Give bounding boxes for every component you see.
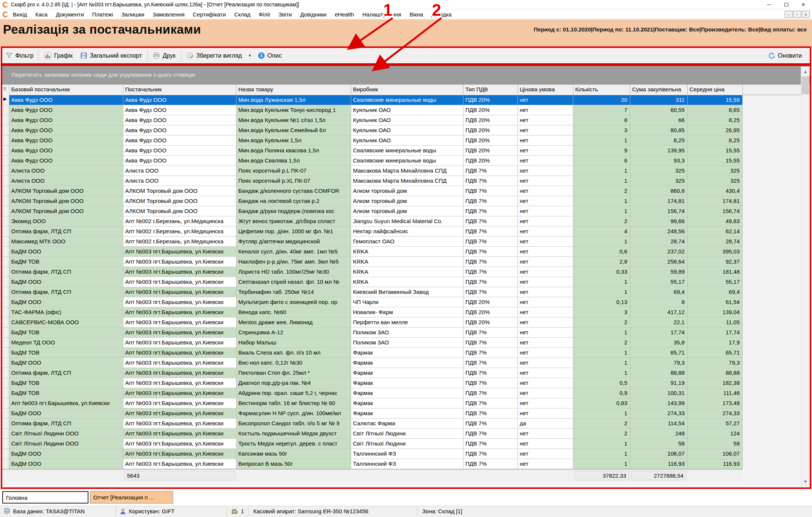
cell[interactable]: Апт №003 пгт.Барышевка, ул.Киевски xyxy=(123,429,236,439)
row-indicator[interactable] xyxy=(2,267,9,277)
cell[interactable]: ПДВ 7% xyxy=(464,226,518,237)
chart-button[interactable]: Графік xyxy=(40,50,76,61)
table-row[interactable]: БаДМ ОООАпт №003 пгт.Барышевка, ул.Киевс… xyxy=(2,459,743,469)
cell[interactable]: 9 xyxy=(573,146,630,156)
cell[interactable]: 11,05 xyxy=(688,317,743,328)
cell[interactable]: 1 xyxy=(573,439,630,449)
cell[interactable]: Свалявские минеральные воды xyxy=(351,146,464,156)
cell[interactable]: 15,55 xyxy=(688,95,743,105)
cell[interactable]: Апт №003 пгт.Барышевка, ул.Киевски xyxy=(123,277,236,287)
table-row[interactable]: Аква Фудз ОООАква Фудз ОООМин.вода Куяль… xyxy=(2,105,743,115)
cell[interactable]: нет xyxy=(518,277,573,287)
cell[interactable]: Мин.вода Куяльник Тонус-кислород 1 xyxy=(236,105,351,115)
cell[interactable]: 860,8 xyxy=(630,186,688,196)
table-row[interactable]: Оптима фарм, ЛТД СПАпт №003 пгт.Барышевк… xyxy=(2,368,743,378)
cell[interactable]: БаДМ ООО xyxy=(9,459,123,469)
cell[interactable]: 92,37 xyxy=(688,257,743,267)
cell[interactable]: Бандаж д/руки поддерж.(повязка кос xyxy=(236,206,351,216)
cell[interactable]: Світ Літньої Людини xyxy=(351,439,464,449)
cell[interactable]: Апт №003 пгт.Барышевка, ул.Киевски xyxy=(123,358,236,368)
cell[interactable]: нет xyxy=(518,449,573,459)
cell[interactable]: нет xyxy=(518,398,573,408)
cell[interactable]: ПДВ 7% xyxy=(464,206,518,216)
cell[interactable]: 258,64 xyxy=(630,257,688,267)
cell[interactable]: нет xyxy=(518,186,573,196)
cell[interactable]: нет xyxy=(518,267,573,277)
cell[interactable]: Поликом ЗАО xyxy=(351,338,464,348)
cell[interactable]: Аква Фудз ООО xyxy=(9,105,123,115)
cell[interactable]: 430,4 xyxy=(688,186,743,196)
cell[interactable]: Jiangsu Suyun Medical Material Co. xyxy=(351,216,464,226)
grid-corner-grip-icon[interactable]: ☰ xyxy=(2,85,9,95)
cell[interactable]: Фармак xyxy=(351,358,464,368)
row-indicator[interactable] xyxy=(2,408,9,419)
cell[interactable]: нет xyxy=(518,257,573,267)
cell[interactable]: ПДВ 20% xyxy=(464,317,518,328)
column-header-1[interactable]: Базовий постачальник xyxy=(9,85,123,95)
cell[interactable]: KRKA xyxy=(351,247,464,257)
column-header-4[interactable]: Виробник xyxy=(351,85,464,95)
cell[interactable]: 1 xyxy=(573,136,630,146)
cell[interactable]: БаДМ ТОВ xyxy=(9,378,123,388)
cell[interactable]: 2 xyxy=(573,317,630,328)
cell[interactable]: Виаль Слеза кап. фл. п/э 10 мл xyxy=(236,348,351,358)
cell[interactable]: ПДВ 7% xyxy=(464,196,518,206)
cell[interactable]: ПДВ 7% xyxy=(464,449,518,459)
cell[interactable]: нет xyxy=(518,429,573,439)
cell[interactable]: Бисопролол Сандоз табл. п/о 5 мг № 9 xyxy=(236,419,351,429)
cell[interactable]: Фармасулин Н NP сусп. д/ин. 100ме/мл xyxy=(236,408,351,419)
cell[interactable]: Аква Фудз ООО xyxy=(123,156,236,166)
cell[interactable]: 28,74 xyxy=(688,237,743,247)
table-row[interactable]: Оптима фарм, ЛТД СПАпт №003 пгт.Барышевк… xyxy=(2,287,743,297)
cell[interactable]: 325 xyxy=(688,166,743,176)
cell[interactable]: 116,93 xyxy=(630,459,688,469)
cell[interactable]: Алком торговый дом xyxy=(351,196,464,206)
row-indicator[interactable] xyxy=(2,378,9,388)
cell[interactable]: нет xyxy=(518,388,573,398)
cell[interactable]: ПДВ 7% xyxy=(464,287,518,297)
tab-1[interactable]: Головна xyxy=(2,491,88,504)
save-view-button[interactable]: Зберегти вигляд xyxy=(183,50,246,61)
column-header-7[interactable]: Кількість xyxy=(573,85,630,95)
cell[interactable]: 1 xyxy=(573,368,630,378)
row-indicator[interactable] xyxy=(2,206,9,216)
cell[interactable]: ПДВ 20% xyxy=(464,115,518,125)
cell[interactable]: 417,12 xyxy=(630,307,688,317)
cell[interactable]: 156,74 xyxy=(630,206,688,216)
print-button[interactable]: Друк xyxy=(149,50,179,61)
cell[interactable]: БаДМ ООО xyxy=(9,449,123,459)
cell[interactable]: нет xyxy=(518,156,573,166)
cell[interactable]: 1 xyxy=(573,358,630,368)
cell[interactable]: нет xyxy=(518,317,573,328)
row-indicator[interactable] xyxy=(2,368,9,378)
column-header-2[interactable]: Постачальник xyxy=(123,85,236,95)
cell[interactable]: Костыль подмышечный Медок двухст xyxy=(236,429,351,439)
cell[interactable]: Аква Фудз ООО xyxy=(9,125,123,136)
cell[interactable]: Перфетти ван мелле xyxy=(351,317,464,328)
cell[interactable]: 8,25 xyxy=(688,136,743,146)
cell[interactable]: 1 xyxy=(573,348,630,358)
cell[interactable]: 2 xyxy=(573,338,630,348)
table-row[interactable]: БаДМ ОООАпт №003 пгт.Барышевка, ул.Киевс… xyxy=(2,247,743,257)
cell[interactable]: Аква Фудз ООО xyxy=(9,136,123,146)
cell[interactable]: Тербинафин таб. 250мг №14 xyxy=(236,287,351,297)
row-indicator[interactable] xyxy=(2,419,9,429)
cell[interactable]: ПДВ 7% xyxy=(464,166,518,176)
cell[interactable]: 1 xyxy=(573,328,630,338)
cell[interactable]: Венода капс. №60 xyxy=(236,307,351,317)
table-row[interactable]: Медеол ТД ОООАпт №003 пгт.Барышевка, ул.… xyxy=(2,338,743,348)
column-header-6[interactable]: Цінова умова xyxy=(518,85,573,95)
cell[interactable]: 311 xyxy=(630,95,688,105)
cell[interactable]: 58 xyxy=(630,439,688,449)
row-indicator[interactable] xyxy=(2,277,9,287)
cell[interactable]: Мин.вода Куяльник Семейный 6л xyxy=(236,125,351,136)
row-indicator[interactable] xyxy=(2,216,9,226)
cell[interactable]: 17,74 xyxy=(630,328,688,338)
table-row[interactable]: Алиста ОООАлиста ОООПояс корсетный p.L П… xyxy=(2,166,743,176)
cell[interactable]: 17,74 xyxy=(688,328,743,338)
cell[interactable]: Аква Фудз ООО xyxy=(9,146,123,156)
cell[interactable]: Апт №003 пгт.Барышевка, ул.Киевски xyxy=(123,348,236,358)
cell[interactable]: Максакова Марта Михайловна СПД xyxy=(351,176,464,186)
cell[interactable]: Апт №003 пгт.Барышевка, ул.Киевски xyxy=(123,408,236,419)
row-indicator[interactable] xyxy=(2,257,9,267)
